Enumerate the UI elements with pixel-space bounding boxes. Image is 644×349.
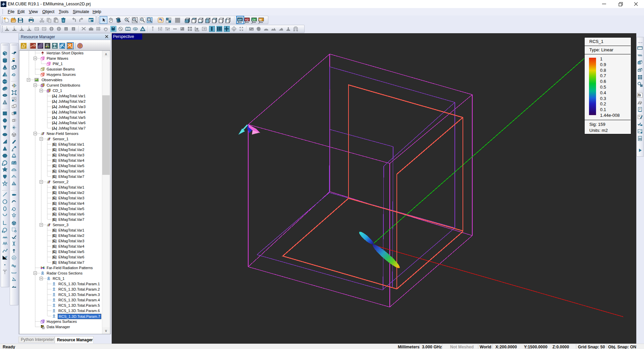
svg-text:x: x [637,102,639,105]
svg-text:|E|: |E| [52,153,56,157]
svg-text:|E|: |E| [52,202,56,205]
svg-text:fx: fx [638,93,641,97]
svg-text:|Js|: |Js| [52,121,57,125]
svg-text:|Js|: |Js| [52,94,57,98]
svg-text:|Js|: |Js| [52,110,57,114]
svg-text:|Js|: |Js| [52,116,57,119]
svg-text:T: T [167,18,168,20]
svg-text:|E|: |E| [52,234,56,238]
svg-text:|E|: |E| [52,186,56,189]
svg-text:|E|: |E| [52,250,56,254]
svg-text:|E|: |E| [52,164,56,168]
svg-text:|Js|: |Js| [52,127,57,130]
svg-text:|E|: |E| [52,212,56,216]
svg-text:|Js|: |Js| [52,100,57,103]
svg-text:|E|: |E| [52,207,56,211]
svg-text:W: W [259,18,262,21]
svg-text:|E|: |E| [52,255,56,259]
svg-text:|Js|: |Js| [52,105,57,109]
svg-text:|E|: |E| [52,175,56,179]
svg-text:|E|: |E| [52,169,56,173]
svg-text:|E|: |E| [52,261,56,264]
svg-text:|E|: |E| [52,191,56,195]
svg-text:ZX: ZX [252,18,256,21]
svg-text:|E|: |E| [52,148,56,152]
svg-text:|E|: |E| [52,218,56,221]
svg-text:XY: XY [238,18,242,21]
svg-text:YZ: YZ [245,18,249,21]
svg-text:o: o [185,21,186,23]
svg-text:|E|: |E| [52,239,56,243]
svg-text:|E|: |E| [52,196,56,200]
svg-text:|E|: |E| [52,229,56,232]
svg-text:|E|: |E| [52,245,56,248]
svg-text:|E|: |E| [52,159,56,162]
svg-text:P: P [169,18,171,20]
svg-text:|E|: |E| [52,143,56,146]
